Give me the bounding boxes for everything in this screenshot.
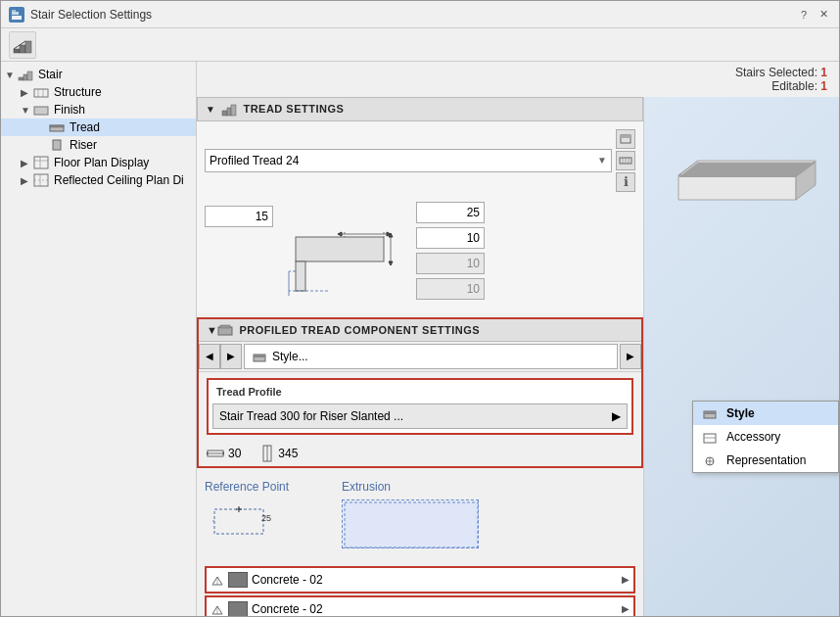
popup-style-label: Style xyxy=(726,406,755,420)
finish-icon xyxy=(32,103,50,117)
tree-item-structure[interactable]: ▶ Structure xyxy=(1,83,196,101)
nav-row: ◀ ▶ Style... xyxy=(199,342,641,372)
profiled-tread-dropdown[interactable]: Profiled Tread 24 ▼ xyxy=(205,149,612,172)
svg-rect-16 xyxy=(50,125,64,127)
info-bar: Stairs Selected: 1 Editable: 1 xyxy=(197,62,839,97)
profiled-section: ▼ PROFILED TREAD COMPONENT SETTINGS xyxy=(197,317,643,468)
icon-btn-3[interactable]: ℹ xyxy=(616,172,635,192)
window-icon xyxy=(9,7,24,23)
tread-settings-label: TREAD SETTINGS xyxy=(243,103,344,115)
toolbar-stair-button[interactable] xyxy=(9,31,36,59)
svg-rect-74 xyxy=(704,434,716,443)
materials-section: Concrete - 02 ▶ Concrete - 02 xyxy=(205,566,635,616)
tread-settings-content: Profiled Tread 24 ▼ xyxy=(197,121,643,313)
prev-btn[interactable]: ◀ xyxy=(199,344,220,369)
tree-label-stair: Stair xyxy=(38,68,63,81)
svg-rect-11 xyxy=(34,89,48,97)
tree-item-floor-plan[interactable]: ▶ Floor Plan Display xyxy=(1,154,196,171)
svg-rect-4 xyxy=(20,45,25,53)
material-icon-1 xyxy=(210,573,224,587)
width-icon xyxy=(207,447,224,460)
ref-ext-container: Reference Point xyxy=(197,472,643,562)
stair-icon xyxy=(17,68,34,81)
profiled-collapse: ▼ xyxy=(207,324,217,336)
popup-item-representation[interactable]: Representation xyxy=(693,449,838,472)
tread-profile-dropdown[interactable]: Stair Tread 300 for Riser Slanted ... ▶ xyxy=(212,403,628,429)
meas-height-value: 345 xyxy=(278,447,298,460)
tree-item-finish[interactable]: ▼ Finish xyxy=(1,101,196,119)
profiled-header[interactable]: ▼ PROFILED TREAD COMPONENT SETTINGS xyxy=(199,319,641,342)
svg-marker-38 xyxy=(338,232,342,236)
popup-item-style[interactable]: Style xyxy=(693,402,838,425)
svg-text:25: 25 xyxy=(261,513,271,523)
tree-label-tread: Tread xyxy=(70,120,100,134)
extrusion-section: Extrusion xyxy=(342,480,479,548)
value-input-1[interactable] xyxy=(416,202,485,223)
tree-item-stair[interactable]: ▼ Stair xyxy=(1,66,196,83)
meas-width: 30 xyxy=(207,447,241,460)
riser-icon xyxy=(48,138,66,152)
measurements-row: 30 345 xyxy=(199,441,641,466)
svg-rect-17 xyxy=(53,140,61,150)
profiled-label: PROFILED TREAD COMPONENT SETTINGS xyxy=(239,324,480,336)
svg-line-7 xyxy=(20,41,25,45)
material-arrow-1[interactable]: ▶ xyxy=(622,574,630,585)
value-15[interactable] xyxy=(205,206,273,227)
style-icon xyxy=(253,350,266,363)
material-arrow-2[interactable]: ▶ xyxy=(622,603,630,614)
collapse-arrow-finish: ▼ xyxy=(21,105,32,116)
tree-item-tread[interactable]: ▶ Tread xyxy=(1,119,196,136)
main-content: ▼ Stair ▶ xyxy=(1,62,839,616)
svg-rect-25 xyxy=(227,108,231,116)
preview-area: Style Accessory xyxy=(643,97,839,616)
tread-settings-icon xyxy=(221,102,237,117)
tread-profile-box: Tread Profile Stair Tread 300 for Riser … xyxy=(207,378,633,435)
value-input-3 xyxy=(416,253,485,274)
editable-value: 1 xyxy=(820,79,827,93)
tread-settings-header[interactable]: ▼ TREAD SETTINGS xyxy=(197,97,643,121)
next-btn[interactable]: ▶ xyxy=(220,344,242,369)
right-panel: Stairs Selected: 1 Editable: 1 ▼ xyxy=(197,62,839,616)
close-button[interactable]: ✕ xyxy=(816,7,831,23)
window-controls: ? ✕ xyxy=(796,7,831,23)
svg-rect-2 xyxy=(12,10,16,12)
svg-rect-3 xyxy=(14,49,20,53)
icon-btn-2[interactable] xyxy=(616,151,635,170)
material-icon-2 xyxy=(210,602,224,616)
material-swatch-1 xyxy=(228,572,248,588)
svg-rect-5 xyxy=(25,41,31,53)
main-area: ▼ TREAD SETTINGS xyxy=(197,97,839,616)
style-dropdown[interactable]: Style... xyxy=(244,344,618,369)
help-button[interactable]: ? xyxy=(796,7,812,23)
collapse-arrow-reflected: ▶ xyxy=(21,175,32,186)
reflected-icon xyxy=(32,173,50,187)
reference-label: Reference Point xyxy=(205,480,303,494)
svg-rect-8 xyxy=(19,77,23,80)
svg-rect-18 xyxy=(34,157,48,168)
menu-btn[interactable]: ▶ xyxy=(620,344,641,369)
stairs-selected-label: Stairs Selected: xyxy=(735,66,817,79)
structure-icon xyxy=(32,85,50,99)
svg-rect-48 xyxy=(220,325,230,328)
tree-item-riser[interactable]: ▶ Riser xyxy=(1,136,196,154)
tree-item-reflected[interactable]: ▶ Reflected Ceiling Plan Di xyxy=(1,171,196,189)
value-input-2[interactable] xyxy=(416,227,485,249)
svg-rect-10 xyxy=(27,71,32,80)
svg-rect-26 xyxy=(231,105,236,116)
center-panel: ▼ TREAD SETTINGS xyxy=(197,97,643,616)
icon-btn-1[interactable] xyxy=(616,129,635,149)
reference-section: Reference Point xyxy=(205,480,303,558)
style-label: Style... xyxy=(272,350,308,363)
height-icon xyxy=(260,445,274,462)
stair-3d-preview xyxy=(659,146,825,247)
tread-settings-collapse: ▼ xyxy=(206,104,215,115)
svg-rect-14 xyxy=(34,107,48,115)
svg-rect-57 xyxy=(214,509,263,534)
svg-rect-24 xyxy=(222,111,227,116)
left-tree-panel: ▼ Stair ▶ xyxy=(1,62,197,616)
svg-rect-28 xyxy=(621,135,630,138)
popup-accessory-label: Accessory xyxy=(726,430,780,444)
profiled-tread-row: Profiled Tread 24 ▼ xyxy=(205,129,635,192)
editable-label: Editable: xyxy=(771,79,817,93)
popup-item-accessory[interactable]: Accessory xyxy=(693,425,838,449)
